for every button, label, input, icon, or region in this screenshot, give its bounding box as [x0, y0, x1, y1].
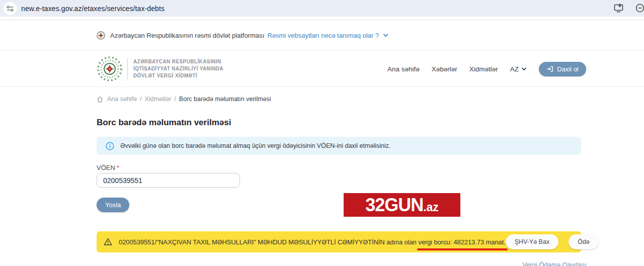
- browser-url-bar: new.e-taxes.gov.az/etaxes/services/tax-d…: [0, 0, 644, 17]
- zoom-out-icon[interactable]: [635, 3, 644, 14]
- login-label: Daxil ol: [557, 65, 579, 73]
- divider: [127, 58, 128, 80]
- required-asterisk: *: [117, 164, 119, 171]
- breadcrumb-current: Borc barədə məlumatın verilməsi: [179, 96, 271, 103]
- check-button[interactable]: Yoxla: [97, 198, 129, 212]
- breadcrumb-separator: /: [174, 96, 176, 103]
- language-label: AZ: [510, 65, 519, 73]
- debt-amount-highlighted: vergi borcu: 482213.73 manat.: [418, 238, 505, 246]
- chevron-down-icon[interactable]: [383, 33, 388, 37]
- gov-banner-link[interactable]: Rəsmi vebsaytları necə tanımaq olar ?: [267, 32, 379, 39]
- site-controls-button[interactable]: [4, 2, 17, 15]
- debt-message: 0200539551/"NAXÇIVAN TAXIL MƏHSULLARI" M…: [119, 238, 506, 246]
- gov-banner-text: Azərbaycan Respublikasının rəsmi dövlət …: [110, 32, 264, 39]
- breadcrumb: Ana səhifə / Xidmətlər / Borc barədə məl…: [97, 96, 271, 103]
- watermark-main-text: 32GUN: [365, 196, 423, 214]
- info-icon: [106, 142, 114, 150]
- voen-input[interactable]: [97, 173, 240, 188]
- breadcrumb-home[interactable]: Ana səhifə: [107, 96, 137, 103]
- url-text[interactable]: new.e-taxes.gov.az/etaxes/services/tax-d…: [21, 5, 165, 13]
- shv-view-button[interactable]: ŞHV-Yə Bax: [506, 234, 558, 249]
- tax-service-emblem-icon: [97, 56, 123, 82]
- warning-icon: [104, 238, 112, 246]
- tax-service-logo[interactable]: AZƏRBAYCAN RESPUBLİKASININ İQTİSADİYYAT …: [97, 56, 223, 82]
- logo-text: AZƏRBAYCAN RESPUBLİKASININ İQTİSADİYYAT …: [133, 58, 223, 79]
- debt-result-alert: 0200539551/"NAXÇIVAN TAXIL MƏHSULLARI" M…: [97, 231, 581, 252]
- watermark-32gun: 32GUN .az: [344, 193, 460, 217]
- info-alert-text: Əvvəlki günə olan borc barədə məlumat al…: [120, 142, 390, 149]
- site-header: AZƏRBAYCAN RESPUBLİKASININ İQTİSADİYYAT …: [0, 50, 644, 87]
- chevron-down-icon: [521, 67, 527, 71]
- nav-item-news[interactable]: Xəbərlər: [432, 65, 457, 73]
- pay-button[interactable]: Ödə: [569, 234, 599, 249]
- home-icon[interactable]: [97, 96, 103, 103]
- gov-platform-banner: Azərbaycan Respublikasının rəsmi dövlət …: [0, 20, 644, 50]
- debt-message-prefix: 0200539551/"NAXÇIVAN TAXIL MƏHSULLARI" M…: [119, 238, 418, 246]
- partial-footer-link[interactable]: Vergi Ödəmə Qaydası: [522, 261, 587, 266]
- language-switcher[interactable]: AZ: [510, 65, 527, 73]
- page-title: Borc barədə məlumatın verilməsi: [97, 118, 231, 128]
- urlbar-actions: [613, 0, 644, 17]
- site-controls-icon: [7, 5, 14, 12]
- breadcrumb-services[interactable]: Xidmətlər: [145, 96, 172, 103]
- info-alert: Əvvəlki günə olan borc barədə məlumat al…: [97, 137, 581, 155]
- install-app-icon[interactable]: [613, 3, 624, 14]
- breadcrumb-separator: /: [140, 96, 141, 103]
- main-nav: Ana səhifə Xəbərlər Xidmətlər AZ Daxil o…: [387, 51, 586, 87]
- login-button[interactable]: Daxil ol: [539, 62, 586, 76]
- voen-label: VÖEN*: [97, 164, 119, 171]
- state-emblem-icon: [97, 31, 105, 40]
- watermark-suffix-text: .az: [423, 202, 439, 213]
- nav-item-home[interactable]: Ana səhifə: [387, 65, 420, 73]
- login-icon: [546, 65, 553, 72]
- result-actions: ŞHV-Yə Bax Ödə: [506, 234, 606, 249]
- nav-item-services[interactable]: Xidmətlər: [469, 65, 498, 73]
